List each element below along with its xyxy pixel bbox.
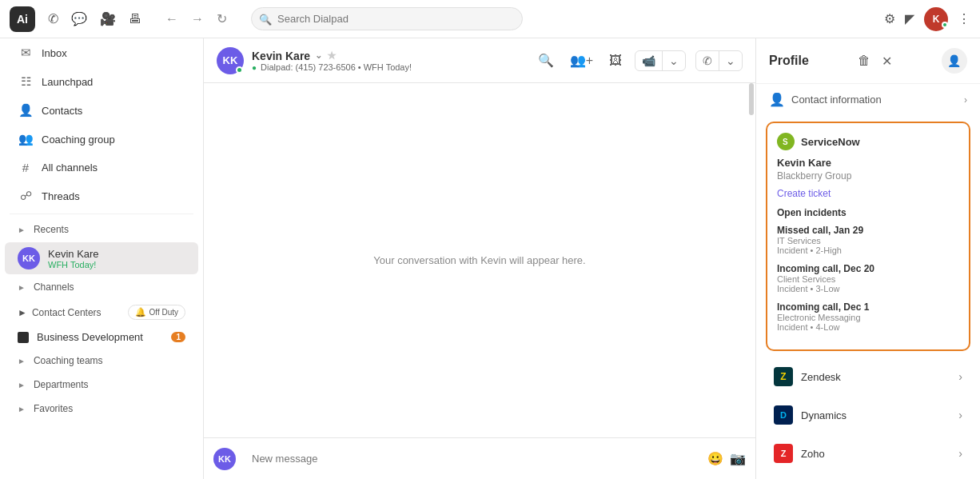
- person-icon: 👤: [769, 92, 785, 107]
- departments-label: Departments: [34, 379, 89, 390]
- inbox-icon: ✉: [18, 46, 34, 60]
- departments-section[interactable]: ► Departments: [5, 374, 198, 395]
- contact-info-row[interactable]: 👤 Contact information ›: [756, 84, 980, 115]
- sidebar-item-coaching-group[interactable]: 👥 Coaching group: [5, 126, 198, 153]
- chat-header-info: Kevin Kare ⌄ ★ ● Dialpad: (415) 723-6506…: [252, 50, 527, 72]
- footer-icons: 😀 📷: [707, 451, 746, 466]
- contacts-icon: 👤: [18, 103, 34, 118]
- recent-user-name: Kevin Kare: [48, 248, 185, 260]
- favorites-chevron: ►: [18, 405, 26, 413]
- coaching-teams-section[interactable]: ► Coaching teams: [5, 350, 198, 371]
- coaching-teams-chevron: ►: [18, 357, 26, 365]
- print-icon[interactable]: 🖶: [129, 12, 141, 26]
- favorites-label: Favorites: [34, 403, 73, 414]
- right-panel-header: Profile 🗑 ✕ 👤: [756, 38, 980, 84]
- back-button[interactable]: ←: [161, 9, 183, 30]
- chat-input[interactable]: [242, 446, 701, 471]
- recents-section[interactable]: ► Recents: [5, 219, 198, 240]
- search-container: 🔍: [251, 7, 523, 30]
- integration-salesforce[interactable]: ☁ Salesforce ›: [761, 474, 975, 479]
- add-person-button[interactable]: 👥+: [567, 50, 596, 71]
- integration-dynamics[interactable]: D Dynamics ›: [761, 397, 975, 433]
- scroll-thumb: [749, 83, 754, 115]
- sn-incident-0-title: Missed call, Jan 29: [777, 225, 959, 236]
- contact-centers-chevron: ►: [18, 307, 27, 318]
- sidebar-item-contacts[interactable]: 👤 Contacts: [5, 97, 198, 124]
- settings-icon[interactable]: ⚙: [884, 11, 895, 26]
- chat-header-sub: ● Dialpad: (415) 723-6506 • WFH Today!: [252, 62, 527, 72]
- image-button[interactable]: 🖼: [606, 50, 625, 71]
- search-chat-button[interactable]: 🔍: [535, 50, 557, 71]
- emoji-icon[interactable]: 😀: [707, 451, 723, 466]
- topbar-icons: ✆ 💬 🎥 🖶: [48, 11, 141, 26]
- contact-info-left: 👤 Contact information: [769, 92, 882, 107]
- business-dev-label: Business Development: [37, 331, 163, 343]
- sn-incident-1-title: Incoming call, Dec 20: [777, 263, 959, 274]
- threads-icon: ☍: [18, 189, 34, 203]
- sn-incident-1-sub1: Client Services: [777, 274, 959, 284]
- sn-incident-2: Incoming call, Dec 1 Electronic Messagin…: [777, 301, 959, 332]
- chat-header-dot: •: [358, 62, 364, 72]
- phone-call-button[interactable]: ✆: [696, 51, 719, 70]
- panel-close-button[interactable]: ✕: [879, 51, 894, 71]
- coaching-icon: 👥: [18, 132, 34, 146]
- contact-info-label: Contact information: [791, 94, 882, 106]
- recents-chevron: ►: [18, 226, 26, 234]
- contact-centers-row[interactable]: ► Contact Centers 🔔 Off Duty: [5, 300, 198, 325]
- sn-create-ticket-link[interactable]: Create ticket: [777, 188, 959, 199]
- favorite-star-icon[interactable]: ★: [327, 50, 337, 62]
- chat-icon[interactable]: 💬: [71, 11, 87, 26]
- panel-header-actions: 🗑 ✕: [855, 51, 894, 71]
- launchpad-icon: ☷: [18, 74, 34, 89]
- recent-user-item[interactable]: KK Kevin Kare WFH Today!: [5, 242, 198, 274]
- refresh-button[interactable]: ↻: [212, 8, 232, 30]
- phone-button-group: ✆ ⌄: [695, 50, 743, 71]
- sn-incident-1-sub2: Incident • 3-Low: [777, 284, 959, 293]
- chat-avatar-status-dot: [236, 66, 243, 74]
- video-dropdown-button[interactable]: ⌄: [663, 51, 685, 70]
- hash-icon: #: [18, 161, 34, 174]
- channels-label: Channels: [34, 281, 74, 293]
- phone-icon[interactable]: ✆: [48, 11, 58, 26]
- video-call-button[interactable]: 📹: [635, 51, 663, 70]
- phone-dropdown-button[interactable]: ⌄: [719, 51, 742, 70]
- chat-footer: KK 😀 📷: [204, 437, 755, 479]
- sidebar-item-threads[interactable]: ☍ Threads: [5, 182, 198, 210]
- avatar-status-dot: [942, 22, 948, 28]
- chat-phone: Dialpad: (415) 723-6506: [261, 62, 356, 72]
- sidebar-item-launchpad[interactable]: ☷ Launchpad: [5, 68, 198, 95]
- integration-zoho[interactable]: Z Zoho ›: [761, 436, 975, 471]
- business-dev-row[interactable]: Business Development 1: [5, 326, 198, 348]
- contact-centers-label: Contact Centers: [32, 307, 102, 318]
- more-icon[interactable]: ⋮: [958, 11, 970, 26]
- favorites-section[interactable]: ► Favorites: [5, 398, 198, 419]
- sn-incident-2-title: Incoming call, Dec 1: [777, 301, 959, 313]
- coaching-teams-label: Coaching teams: [34, 355, 103, 366]
- sidebar-item-all-channels[interactable]: # All channels: [5, 154, 198, 181]
- search-input[interactable]: [251, 7, 523, 30]
- recents-label: Recents: [34, 224, 69, 235]
- attachment-icon[interactable]: 📷: [730, 451, 746, 466]
- integration-zendesk[interactable]: Z Zendesk ›: [761, 359, 975, 394]
- sn-incidents-title: Open incidents: [777, 207, 959, 218]
- name-chevron-icon[interactable]: ⌄: [315, 50, 322, 61]
- sn-incident-2-sub2: Incident • 4-Low: [777, 322, 959, 332]
- servicenow-header: S ServiceNow: [777, 133, 959, 150]
- business-dev-badge: 1: [171, 332, 185, 342]
- panel-delete-button[interactable]: 🗑: [855, 51, 873, 70]
- recent-user-avatar: KK: [18, 247, 40, 269]
- status-dot-icon: ●: [252, 63, 257, 72]
- off-duty-label: Off Duty: [149, 308, 179, 317]
- zoho-chevron: ›: [958, 447, 962, 460]
- video-icon[interactable]: 🎥: [100, 11, 116, 26]
- sidebar-item-inbox[interactable]: ✉ Inbox: [5, 39, 198, 66]
- app-logo: Ai: [10, 6, 35, 32]
- zendesk-logo: Z: [774, 367, 793, 386]
- chat-contact-avatar: KK: [217, 47, 244, 74]
- layout-icon[interactable]: ◤: [905, 11, 914, 26]
- channels-section[interactable]: ► Channels: [5, 277, 198, 297]
- zendesk-chevron: ›: [958, 370, 962, 383]
- forward-button[interactable]: →: [186, 9, 209, 30]
- panel-profile-icon[interactable]: 👤: [942, 48, 967, 74]
- topbar: Ai ✆ 💬 🎥 🖶 ← → ↻ 🔍 ⚙ ◤ K ⋮: [0, 0, 980, 38]
